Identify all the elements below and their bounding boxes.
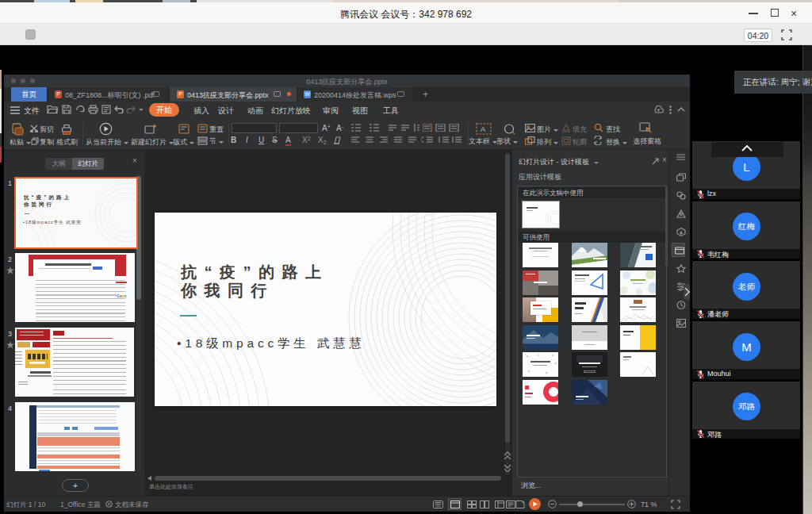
svg-text:A: A xyxy=(481,125,485,133)
